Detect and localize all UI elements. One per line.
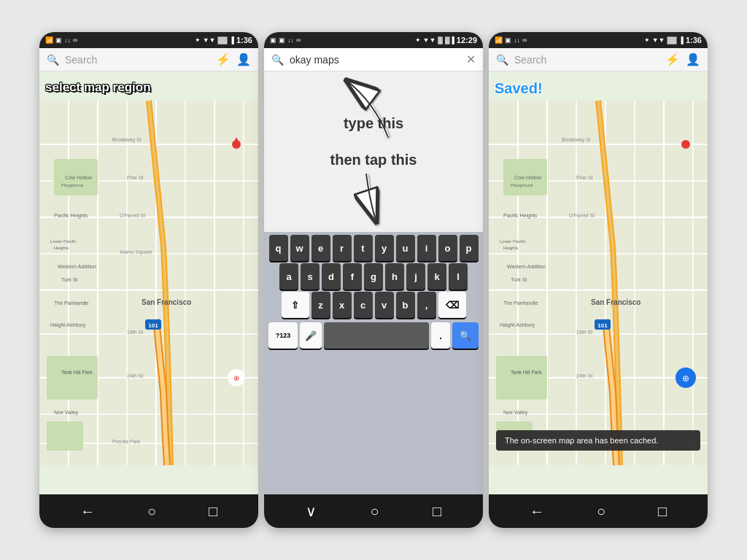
wifi-icon-1: ▣ (55, 36, 62, 44)
nav-bar-2: ∨ ○ □ (264, 494, 483, 528)
key-y[interactable]: y (375, 235, 394, 261)
key-r[interactable]: r (333, 235, 352, 261)
keyboard-row-2: a s d f g h j k l (266, 263, 481, 289)
home-btn-3[interactable]: ○ (597, 503, 605, 520)
nav-bar-3: ← ○ □ (489, 494, 708, 528)
key-a[interactable]: a (279, 263, 298, 289)
key-p[interactable]: p (460, 235, 479, 261)
key-c[interactable]: c (354, 292, 373, 318)
svg-text:The Panhandle: The Panhandle (503, 300, 538, 306)
back-btn-3[interactable]: ← (530, 503, 544, 520)
svg-text:101: 101 (148, 322, 158, 329)
svg-text:Noe Valley: Noe Valley (54, 410, 79, 416)
search-bar-3[interactable]: 🔍 Search ⚡ 👤 (489, 48, 708, 71)
battery-icon-3: ▐ (679, 36, 684, 44)
status-left-icons-1: 📶 ▣ ↓↓ ∞ (45, 36, 77, 44)
arrow-up-svg (301, 71, 446, 144)
svg-rect-19 (47, 421, 83, 451)
key-f[interactable]: f (343, 263, 362, 289)
search-placeholder-3: Search (514, 54, 546, 66)
map-area-3[interactable]: Cow Hollow Playground San Francisco Tank… (489, 71, 708, 494)
key-space[interactable] (324, 322, 429, 349)
svg-text:Broadway St: Broadway St (112, 137, 142, 143)
key-backspace[interactable]: ⌫ (438, 292, 466, 318)
search-input-2[interactable]: okay maps (290, 54, 460, 66)
key-i[interactable]: i (417, 235, 436, 261)
close-icon-2[interactable]: ✕ (466, 52, 476, 66)
svg-text:⊕: ⊕ (233, 374, 239, 382)
key-shift[interactable]: ⇧ (282, 292, 309, 318)
search-icon-2: 🔍 (271, 54, 284, 66)
down-icon-2: ↓↓ (287, 36, 294, 44)
svg-text:Haight-Ashbury: Haight-Ashbury (50, 322, 86, 328)
key-d[interactable]: d (322, 263, 341, 289)
key-comma[interactable]: , (417, 292, 436, 318)
search-bar-1[interactable]: 🔍 Search ⚡ 👤 (39, 48, 258, 71)
key-h[interactable]: h (385, 263, 404, 289)
search-placeholder-1: Search (65, 54, 97, 66)
key-num[interactable]: ?123 (268, 322, 298, 349)
svg-text:Tank Hill Park: Tank Hill Park (61, 370, 93, 375)
key-mic[interactable]: 🎤 (300, 322, 322, 349)
key-k[interactable]: k (427, 263, 446, 289)
back-btn-1[interactable]: ← (80, 503, 95, 520)
key-period[interactable]: . (431, 322, 450, 349)
key-g[interactable]: g (364, 263, 383, 289)
bt-icon-2: ✦ (415, 36, 421, 44)
svg-text:San Francisco: San Francisco (142, 298, 191, 306)
key-x[interactable]: x (333, 292, 352, 318)
filter-icon-3[interactable]: ⚡ (665, 52, 680, 66)
svg-text:Turk St: Turk St (511, 277, 527, 282)
svg-text:Pacific Heights: Pacific Heights (54, 213, 88, 219)
status-time-1: 1:36 (236, 36, 252, 44)
recents-btn-3[interactable]: □ (658, 503, 667, 520)
status-bar-2: ▣ ▣ ↓↓ ∞ ✦ ▼▼ ▓ ▓▐ 12:29 (264, 32, 483, 48)
person-icon-1[interactable]: 👤 (236, 52, 251, 66)
map-area-1[interactable]: Cow Hollow Playground San Francisco Tank… (39, 71, 258, 494)
filter-icon-1[interactable]: ⚡ (216, 52, 231, 66)
phone-3: 📶 ▣ ↓↓ ∞ ✦ ▼▼ ▓▓ ▐ 1:36 🔍 Search ⚡ 👤 (489, 32, 708, 528)
svg-text:101: 101 (597, 322, 608, 329)
key-search[interactable]: 🔍 (452, 322, 479, 349)
key-e[interactable]: e (311, 235, 330, 261)
svg-text:Heights: Heights (54, 246, 69, 250)
key-b[interactable]: b (396, 292, 415, 318)
key-u[interactable]: u (396, 235, 415, 261)
key-z[interactable]: z (311, 292, 330, 318)
key-s[interactable]: s (301, 263, 320, 289)
home-btn-2[interactable]: ○ (370, 503, 379, 520)
key-v[interactable]: v (375, 292, 394, 318)
svg-text:Playground: Playground (61, 183, 83, 187)
svg-text:Tank Hill Park: Tank Hill Park (511, 370, 542, 375)
keyboard[interactable]: q w e r t y u i o p a s d f g h j k (264, 232, 483, 494)
svg-text:The Panhandle: The Panhandle (54, 300, 89, 306)
key-o[interactable]: o (438, 235, 457, 261)
key-q[interactable]: q (269, 235, 288, 261)
recents-btn-1[interactable]: □ (209, 503, 217, 520)
person-icon-3[interactable]: 👤 (686, 52, 700, 66)
arrow-down-svg (337, 174, 410, 232)
nav-bar-1: ← ○ □ (39, 494, 258, 528)
key-t[interactable]: t (354, 235, 373, 261)
status-left-icons-2: ▣ ▣ ↓↓ ∞ (270, 36, 301, 44)
signal2-icon-1: ▓▓ (217, 36, 227, 44)
wifi-icon-3: ▣ (505, 36, 511, 44)
search-bar-2[interactable]: 🔍 okay maps ✕ (264, 48, 483, 71)
status-time-2: 12:29 (457, 36, 477, 44)
recents-btn-2[interactable]: □ (433, 503, 441, 520)
svg-text:Broadway St: Broadway St (562, 137, 591, 143)
lte-icon-2: ▓ (438, 36, 443, 44)
home-btn-1[interactable]: ○ (147, 503, 156, 520)
key-w[interactable]: w (290, 235, 309, 261)
status-bar-1: 📶 ▣ ↓↓ ∞ ✦ ▼▼ ▓▓ ▐ 1:36 (39, 32, 258, 48)
signal2-icon-2: ▼▼ (423, 36, 436, 44)
key-l[interactable]: l (449, 263, 468, 289)
key-j[interactable]: j (406, 263, 425, 289)
bt2-icon-1: ✦ (195, 36, 201, 44)
back-btn-2[interactable]: ∨ (306, 502, 317, 520)
instruction-tap: then tap this (330, 152, 417, 168)
svg-rect-18 (47, 356, 98, 400)
svg-text:Noe Valley: Noe Valley (503, 410, 528, 416)
status-right-icons-1: ✦ ▼▼ ▓▓ ▐ 1:36 (195, 36, 252, 44)
status-right-icons-3: ✦ ▼▼ ▓▓ ▐ 1:36 (644, 36, 702, 44)
